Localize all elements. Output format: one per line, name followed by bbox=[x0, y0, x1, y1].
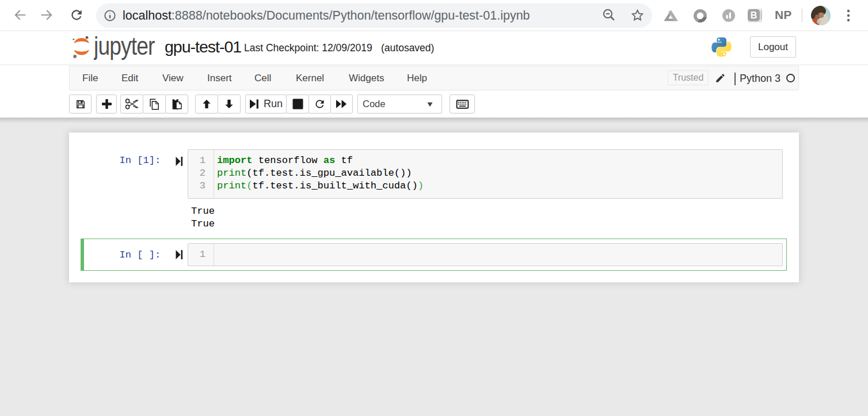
svg-text:jupyter: jupyter bbox=[94, 33, 155, 60]
